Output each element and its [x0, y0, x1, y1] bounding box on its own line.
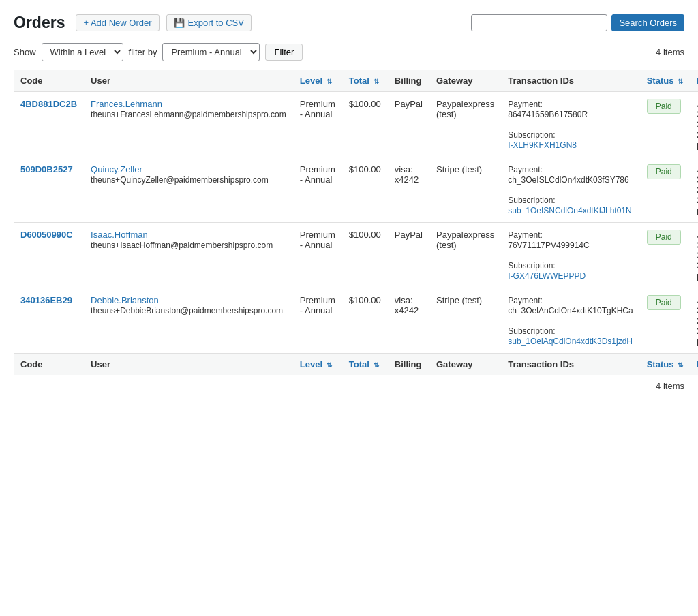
total-sort-icon: ⇅ — [374, 78, 379, 85]
user-email-0: theuns+FrancesLehmann@paidmembershipspro… — [91, 110, 286, 119]
footer-level-sort-icon: ⇅ — [327, 361, 332, 369]
subscription-label-0: Subscription: — [508, 130, 555, 140]
payment-id-2: 76V71117PV499914C — [508, 241, 589, 250]
status-badge-1: Paid — [647, 164, 681, 179]
cell-gateway-3: Stripe (test) — [429, 288, 501, 354]
level-filter-select[interactable]: Premium - Annual — [162, 43, 260, 61]
user-email-2: theuns+IsaacHoffman@paidmembershipspro.c… — [91, 241, 273, 250]
subscription-label-2: Subscription: — [508, 261, 555, 271]
user-name-link-1[interactable]: Quincy.Zeller — [91, 164, 142, 174]
header-left: Orders + Add New Order 💾 Export to CSV — [14, 14, 252, 32]
cell-user-0: Frances.Lehmann theuns+FrancesLehmann@pa… — [84, 92, 293, 157]
level-sort-icon: ⇅ — [327, 78, 332, 85]
filter-button[interactable]: Filter — [265, 44, 303, 61]
cell-code-3: 340136EB29 — [14, 288, 84, 354]
status-badge-0: Paid — [647, 99, 681, 114]
search-input[interactable] — [471, 14, 607, 31]
cell-status-3: Paid — [640, 288, 690, 354]
col-level[interactable]: Level ⇅ — [293, 70, 342, 92]
cell-gateway-2: Paypalexpress (test) — [429, 223, 501, 288]
cell-billing-3: visa: x4242 — [388, 288, 429, 354]
cell-total-0: $100.00 — [342, 92, 388, 157]
cell-date-0: January 30, 2024 at 2:44 pm — [690, 92, 698, 157]
cell-total-1: $100.00 — [342, 157, 388, 223]
cell-status-0: Paid — [640, 92, 690, 157]
order-link-1[interactable]: 509D0B2527 — [20, 164, 73, 174]
cell-transaction-ids-3: Payment: ch_3OelAnCdlOn4xdtK10TgKHCa Sub… — [501, 288, 639, 354]
subscription-link-1[interactable]: sub_1OeISNCdlOn4xdtKfJLht01N — [508, 206, 631, 215]
col-user: User — [84, 70, 293, 92]
cell-transaction-ids-2: Payment: 76V71117PV499914C Subscription:… — [501, 223, 639, 288]
cell-status-1: Paid — [640, 157, 690, 223]
subscription-label-3: Subscription: — [508, 326, 555, 336]
payment-label-3: Payment: — [508, 296, 543, 305]
order-link-3[interactable]: 340136EB29 — [20, 295, 72, 305]
cell-billing-0: PayPal — [388, 92, 429, 157]
footer-col-date[interactable]: Date ⇅ — [690, 354, 698, 375]
header-right: Search Orders — [471, 14, 684, 31]
page-header: Orders + Add New Order 💾 Export to CSV S… — [14, 14, 684, 32]
cell-total-2: $100.00 — [342, 223, 388, 288]
status-badge-2: Paid — [647, 230, 681, 245]
cell-level-2: Premium - Annual — [293, 223, 342, 288]
col-gateway: Gateway — [429, 70, 501, 92]
table-header-row: Code User Level ⇅ Total ⇅ Billing Gatewa… — [14, 70, 698, 92]
cell-transaction-ids-0: Payment: 864741659B617580R Subscription:… — [501, 92, 639, 157]
status-badge-3: Paid — [647, 295, 681, 310]
user-name-link-3[interactable]: Debbie.Brianston — [91, 295, 159, 305]
subscription-link-2[interactable]: I-GX476LWWEPPPD — [508, 271, 586, 281]
col-code: Code — [14, 70, 84, 92]
cell-code-2: D60050990C — [14, 223, 84, 288]
payment-label-1: Payment: — [508, 165, 543, 174]
order-link-2[interactable]: D60050990C — [20, 230, 73, 240]
order-link-0[interactable]: 4BD881DC2B — [20, 99, 77, 109]
table-row: 4BD881DC2B Frances.Lehmann theuns+France… — [14, 92, 698, 157]
search-orders-button[interactable]: Search Orders — [611, 14, 684, 31]
col-total[interactable]: Total ⇅ — [342, 70, 388, 92]
table-footer-row: Code User Level ⇅ Total ⇅ Billing Gatewa… — [14, 354, 698, 375]
cell-gateway-0: Paypalexpress (test) — [429, 92, 501, 157]
footer-col-gateway: Gateway — [429, 354, 501, 375]
table-row: D60050990C Isaac.Hoffman theuns+IsaacHof… — [14, 223, 698, 288]
cell-date-2: January 30, 2024 at 2:24 pm — [690, 223, 698, 288]
subscription-link-0[interactable]: I-XLH9KFXH1GN8 — [508, 140, 577, 150]
user-email-3: theuns+DebbieBrianston@paidmembershipspr… — [91, 306, 283, 315]
footer-items-count: 4 items — [14, 375, 684, 391]
user-email-1: theuns+QuincyZeller@paidmembershipspro.c… — [91, 175, 269, 185]
user-name-link-2[interactable]: Isaac.Hoffman — [91, 230, 148, 240]
payment-id-3: ch_3OelAnCdlOn4xdtK10TgKHCa — [508, 306, 633, 315]
col-transaction-ids: Transaction IDs — [501, 70, 639, 92]
footer-status-sort-icon: ⇅ — [678, 361, 683, 369]
page-title: Orders — [14, 14, 65, 32]
table-row: 340136EB29 Debbie.Brianston theuns+Debbi… — [14, 288, 698, 354]
show-label: Show — [14, 47, 36, 57]
col-status[interactable]: Status ⇅ — [640, 70, 690, 92]
status-sort-icon: ⇅ — [678, 78, 683, 85]
cell-date-3: January 30, 2024 at 2:20 pm — [690, 288, 698, 354]
footer-total-sort-icon: ⇅ — [374, 361, 379, 369]
export-to-csv-button[interactable]: 💾 Export to CSV — [166, 14, 252, 31]
orders-table: Code User Level ⇅ Total ⇅ Billing Gatewa… — [14, 70, 698, 375]
footer-col-status[interactable]: Status ⇅ — [640, 354, 690, 375]
footer-col-transaction-ids: Transaction IDs — [501, 354, 639, 375]
footer-col-level[interactable]: Level ⇅ — [293, 354, 342, 375]
cell-total-3: $100.00 — [342, 288, 388, 354]
footer-col-code: Code — [14, 354, 84, 375]
show-filter-select[interactable]: Within a Level — [42, 43, 123, 61]
col-billing: Billing — [388, 70, 429, 92]
subscription-link-3[interactable]: sub_1OelAqCdlOn4xdtK3Ds1jzdH — [508, 337, 633, 346]
add-new-order-button[interactable]: + Add New Order — [76, 14, 159, 31]
cell-billing-1: visa: x4242 — [388, 157, 429, 223]
filter-by-label: filter by — [129, 47, 157, 57]
col-date[interactable]: Date ⇅ — [690, 70, 698, 92]
footer-col-user: User — [84, 354, 293, 375]
cell-code-0: 4BD881DC2B — [14, 92, 84, 157]
cell-billing-2: PayPal — [388, 223, 429, 288]
cell-date-1: January 30, 2024 at 2:38 pm — [690, 157, 698, 223]
cell-user-3: Debbie.Brianston theuns+DebbieBrianston@… — [84, 288, 293, 354]
payment-label-0: Payment: — [508, 99, 543, 109]
items-count: 4 items — [656, 47, 684, 57]
payment-label-2: Payment: — [508, 230, 543, 240]
user-name-link-0[interactable]: Frances.Lehmann — [91, 99, 162, 109]
footer-col-total[interactable]: Total ⇅ — [342, 354, 388, 375]
